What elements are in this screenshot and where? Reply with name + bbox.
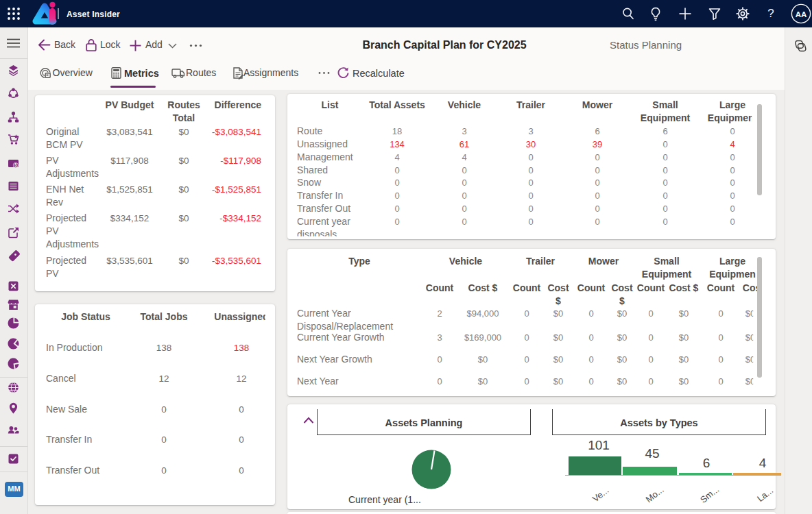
- svg-text:AA: AA: [796, 10, 807, 19]
- svg-text:$: $: [14, 162, 17, 168]
